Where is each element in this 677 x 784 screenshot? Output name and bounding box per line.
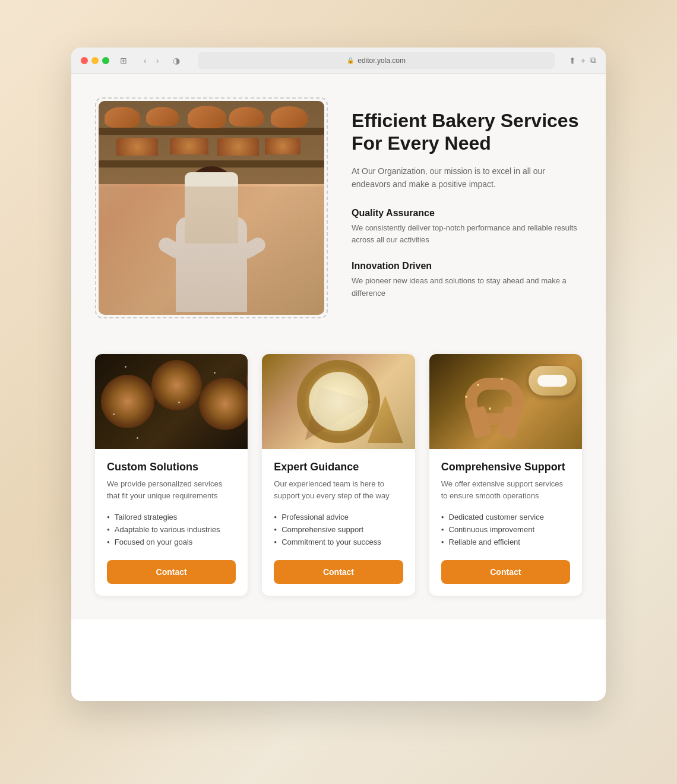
bread-3 — [188, 106, 226, 128]
card-title-2: Expert Guidance — [274, 461, 403, 473]
list-item-2-3: Commitment to your success — [274, 536, 403, 548]
contact-button-2[interactable]: Contact — [274, 560, 403, 584]
contact-button-3[interactable]: Contact — [441, 560, 570, 584]
list-item-1-1: Tailored strategies — [107, 511, 236, 523]
traffic-lights — [81, 57, 109, 64]
flour-4 — [113, 413, 115, 415]
roll-1 — [101, 375, 154, 428]
privacy-icon: ◑ — [169, 53, 184, 68]
browser-chrome: ⊞ ‹ › ◑ 🔒 editor.yola.com ⬆ + ⧉ — [71, 48, 606, 74]
browser-content: Efficient Bakery Services For Every Need… — [71, 74, 606, 619]
card-desc-3: We offer extensive support services to e… — [441, 478, 570, 501]
bread-1 — [105, 107, 140, 128]
seed-3 — [501, 378, 503, 380]
close-button[interactable] — [81, 57, 88, 64]
flour-1 — [125, 366, 126, 368]
flour-7 — [137, 437, 138, 439]
card-title-1: Custom Solutions — [107, 461, 236, 473]
card-desc-1: We provide personalized services that fi… — [107, 478, 236, 501]
list-item-3-1: Dedicated customer service — [441, 511, 570, 523]
feature-item-2: Innovation Driven We pioneer new ideas a… — [352, 261, 582, 300]
feature-desc-2: We pioneer new ideas and solutions to st… — [352, 275, 582, 300]
list-item-3-3: Reliable and efficient — [441, 536, 570, 548]
card-comprehensive-support: Comprehensive Support We offer extensive… — [429, 354, 582, 596]
feature-title-1: Quality Assurance — [352, 208, 582, 219]
sidebar-toggle-button[interactable]: ⊞ — [116, 53, 131, 68]
cookie-cream — [537, 375, 567, 387]
list-item-2-1: Professional advice — [274, 511, 403, 523]
flour-2 — [178, 402, 180, 403]
list-item-1-2: Adaptable to various industries — [107, 523, 236, 536]
shelf-1 — [99, 128, 324, 135]
bread-2 — [146, 107, 179, 126]
flour-3 — [214, 372, 216, 374]
card-image-cinnamon-rolls — [95, 354, 248, 449]
minimize-button[interactable] — [91, 57, 99, 64]
back-button[interactable]: ‹ — [140, 53, 150, 68]
card-image-pie — [262, 354, 415, 449]
card-expert-guidance: Expert Guidance Our experienced team is … — [262, 354, 415, 596]
contact-button-1[interactable]: Contact — [107, 560, 236, 584]
browser-nav: ‹ › — [140, 53, 162, 68]
new-tab-icon[interactable]: + — [581, 56, 586, 65]
card-body-2: Expert Guidance Our experienced team is … — [262, 449, 415, 596]
card-list-3: Dedicated customer service Continuous im… — [441, 511, 570, 548]
card-desc-2: Our experienced team is here to support … — [274, 478, 403, 501]
browser-actions: ⬆ + ⧉ — [569, 55, 596, 65]
extensions-icon[interactable]: ⧉ — [590, 55, 596, 65]
card-list-1: Tailored strategies Adaptable to various… — [107, 511, 236, 548]
list-item-2-2: Comprehensive support — [274, 523, 403, 536]
feature-title-2: Innovation Driven — [352, 261, 582, 271]
address-bar[interactable]: 🔒 editor.yola.com — [198, 52, 554, 69]
bread-5 — [271, 106, 308, 128]
feature-item-1: Quality Assurance We consistently delive… — [352, 208, 582, 247]
seed-4 — [489, 407, 491, 410]
hero-text: Efficient Bakery Services For Every Need… — [352, 97, 582, 314]
wall-bg — [99, 186, 324, 315]
cookie — [529, 366, 576, 396]
forward-button[interactable]: › — [153, 53, 163, 68]
card-custom-solutions: Custom Solutions We provide personalized… — [95, 354, 248, 596]
card-image-pretzel — [429, 354, 582, 449]
hero-subtitle: At Our Organization, our mission is to e… — [352, 165, 582, 191]
browser-window: ⊞ ‹ › ◑ 🔒 editor.yola.com ⬆ + ⧉ — [71, 48, 606, 701]
cards-section: Custom Solutions We provide personalized… — [95, 354, 582, 596]
list-item-1-3: Focused on your goals — [107, 536, 236, 548]
seed-2 — [465, 396, 467, 398]
maximize-button[interactable] — [102, 57, 109, 64]
share-icon[interactable]: ⬆ — [569, 56, 576, 65]
pie-topping — [309, 372, 368, 431]
card-title-3: Comprehensive Support — [441, 461, 570, 473]
lock-icon: 🔒 — [347, 57, 354, 64]
hero-image — [99, 101, 324, 315]
bread-4 — [229, 107, 264, 127]
hero-title: Efficient Bakery Services For Every Need — [352, 109, 582, 155]
pie-main — [297, 360, 380, 443]
roll-3 — [199, 378, 248, 430]
hero-section: Efficient Bakery Services For Every Need… — [95, 97, 582, 318]
seed-1 — [477, 384, 479, 386]
card-body-3: Comprehensive Support We offer extensive… — [429, 449, 582, 596]
card-body-1: Custom Solutions We provide personalized… — [95, 449, 248, 596]
card-list-2: Professional advice Comprehensive suppor… — [274, 511, 403, 548]
list-item-3-2: Continuous improvement — [441, 523, 570, 536]
url-text: editor.yola.com — [358, 56, 406, 65]
hero-image-container — [95, 97, 328, 318]
roll-2 — [151, 360, 202, 410]
feature-desc-1: We consistently deliver top-notch perfor… — [352, 222, 582, 247]
